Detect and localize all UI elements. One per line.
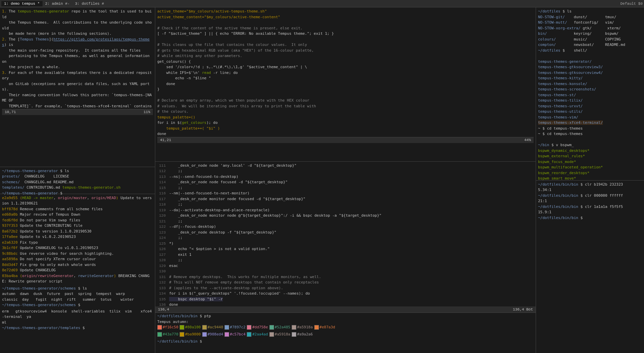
bot-label: 136,4 Bot [513, 307, 533, 311]
editor-top-pane[interactable]: active_theme="$my_colours/active-tempus-… [155, 7, 536, 162]
color-swatch: #2aa4ad [247, 332, 268, 337]
editor-code[interactable]: _desk_or_node node 'any.local' -d "${tar… [167, 162, 536, 307]
right-top-pane[interactable]: ~/dotfiles $ ls NO-STOW-git/ dunst/ tmux… [536, 7, 644, 181]
color-swatch: #a9a2a6 [292, 332, 313, 337]
color-swatch: #f16c50 [157, 325, 178, 330]
cursor-pos: 10,71 [5, 109, 16, 115]
tab-right: Default $0 [620, 2, 643, 6]
editor-bottom-pane: 111112113114115 116117118119120 12112212… [155, 162, 536, 313]
tab-bar: 1: demo tempus * 2: admin #- 3: dotfiles… [0, 0, 644, 7]
right-column: ~/dotfiles $ ls NO-STOW-git/ dunst/ tmux… [536, 7, 644, 353]
line-nums-editor[interactable]: 111112113114115 116117118119120 12112212… [155, 162, 536, 307]
color-swatch: #908ed4 [202, 332, 223, 337]
color-swatch: #c57bc4 [224, 332, 245, 337]
cursor-pos-bottom: 136,4 [158, 307, 169, 311]
bottom-strip[interactable]: ~/dotfiles/bin/bin $ ptp Tempus autumn: … [155, 313, 536, 353]
line-1-num: 1. [2, 9, 6, 13]
color-swatch: #e07a3d [314, 325, 335, 330]
color-swatch: #a5918a [292, 325, 313, 330]
tab-3[interactable]: 3: dotfiles # [72, 1, 107, 6]
left-bottom-pane[interactable]: e2a9d55 (HEAD -> master, origin/master, … [0, 194, 155, 353]
status-bar-top: 10,71 11% [2, 109, 153, 115]
cursor-pos-top: 41,21 [160, 137, 171, 143]
main-content: 1. The tempus-themes-generator repo is t… [0, 7, 644, 353]
right-bottom-pane[interactable]: ~/dotfiles/bin/bin $ clr b1942b 232323 5… [536, 181, 644, 353]
status-bar-editor-top: 41,21 44% [157, 137, 534, 143]
tab-1[interactable]: 1: demo tempus * [1, 1, 43, 6]
scroll-pct-top: 44% [524, 137, 531, 143]
line-numbers: 111112113114115 116117118119120 12112212… [155, 162, 167, 307]
color-swatch: #ac9440 [202, 325, 223, 330]
left-mid-pane[interactable]: ~/tempus-themes-generator $ ls presets/ … [0, 167, 155, 194]
color-swatch: #7897c2 [224, 325, 245, 330]
mid-column: active_theme="$my_colours/active-tempus-… [155, 7, 536, 353]
color-swatch: #dd758e [247, 325, 268, 330]
color-swatch: #43a770 [157, 332, 178, 337]
color-swatch: #80a100 [180, 325, 200, 330]
status-bar-bottom: 136,4 136,4 Bot [155, 306, 536, 313]
color-swatch: #52a485 [269, 325, 290, 330]
left-column: 1. The tempus-themes-generator repo is t… [0, 7, 155, 353]
tab-2[interactable]: 2: admin #- [43, 1, 73, 6]
scroll-pct: 11% [143, 109, 150, 115]
color-swatch: #a5918a [269, 332, 290, 337]
left-top-pane[interactable]: 1. The tempus-themes-generator repo is t… [0, 7, 155, 167]
color-swatch: #ba9000 [180, 332, 200, 337]
